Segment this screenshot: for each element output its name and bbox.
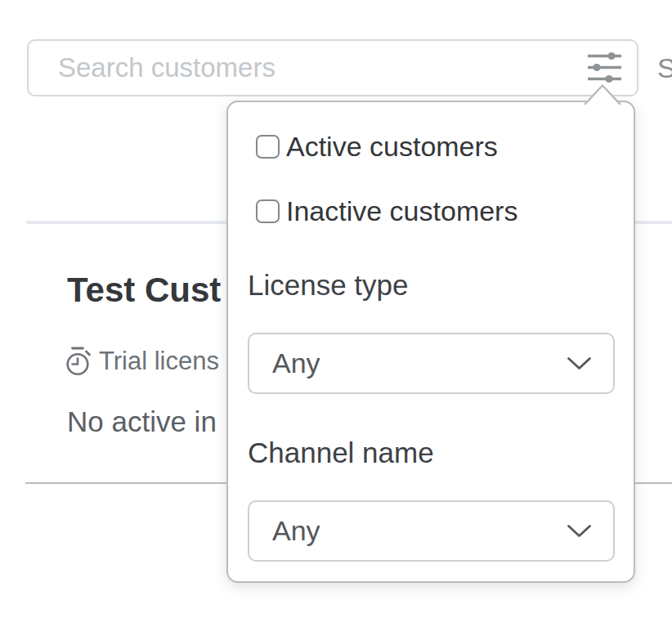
inactive-customers-label: Inactive customers bbox=[286, 195, 517, 227]
clipped-right-edge-text: S bbox=[657, 52, 672, 88]
customer-name-heading: Test Cust bbox=[67, 271, 227, 315]
license-type-text: Trial licens bbox=[99, 347, 219, 376]
license-type-select[interactable]: Any bbox=[248, 333, 615, 394]
chevron-down-icon bbox=[567, 356, 592, 371]
customers-page: Test Cust Trial licens No active in bbox=[0, 0, 672, 618]
active-customers-checkbox[interactable] bbox=[256, 135, 280, 159]
inactive-customers-checkbox[interactable] bbox=[256, 199, 280, 223]
chevron-down-icon bbox=[567, 524, 592, 539]
sliders-icon bbox=[587, 51, 622, 86]
channel-name-field-label: Channel name bbox=[248, 437, 434, 469]
stopwatch-icon bbox=[64, 346, 92, 377]
popover-caret bbox=[582, 82, 623, 108]
customer-status-text: No active in bbox=[67, 405, 227, 443]
filter-popover: Active customers Inactive customers Lice… bbox=[226, 101, 635, 583]
active-customers-label: Active customers bbox=[286, 131, 498, 163]
search-input[interactable] bbox=[29, 41, 552, 95]
search-bar bbox=[27, 39, 638, 96]
license-type-field-label: License type bbox=[248, 269, 409, 302]
channel-name-select-value: Any bbox=[272, 515, 567, 547]
inactive-customers-option[interactable]: Inactive customers bbox=[256, 198, 517, 224]
license-type-row: Trial licens bbox=[64, 344, 227, 378]
license-type-select-value: Any bbox=[272, 347, 567, 379]
channel-name-select[interactable]: Any bbox=[248, 500, 615, 562]
active-customers-option[interactable]: Active customers bbox=[256, 133, 498, 159]
